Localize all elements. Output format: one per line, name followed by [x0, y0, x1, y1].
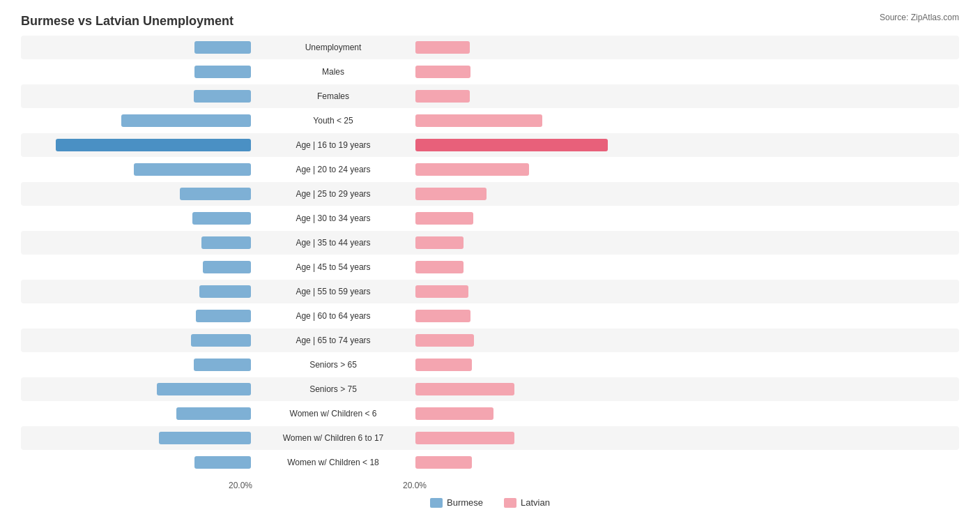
- chart-row: 4.9% Women w/ Children < 18 4.9%: [21, 451, 959, 474]
- bar-blue: [121, 114, 251, 127]
- left-section: 10.2%: [21, 165, 257, 174]
- chart-row: 5% Seniors > 65 4.9%: [21, 353, 959, 377]
- axis-right: 20.0%: [397, 481, 634, 490]
- legend: Burmese Latvian: [21, 497, 959, 508]
- chart-row: 6.5% Women w/ Children < 6 6.8%: [21, 402, 959, 425]
- center-label: Age | 20 to 24 years: [257, 165, 410, 174]
- center-label: Age | 65 to 74 years: [257, 335, 410, 345]
- bar-pink: [415, 383, 514, 395]
- chart-container: Burmese vs Latvian Unemployment Source: …: [0, 0, 980, 528]
- right-section: 8.6%: [410, 434, 645, 442]
- right-section: 4.9%: [410, 458, 645, 467]
- center-label: Females: [257, 91, 410, 101]
- center-label: Age | 16 to 19 years: [257, 140, 410, 150]
- right-section: 5.1%: [410, 336, 645, 345]
- left-section: 4.8%: [21, 312, 257, 320]
- bar-blue: [199, 285, 251, 298]
- center-label: Age | 25 to 29 years: [257, 189, 410, 199]
- right-section: 4.7%: [410, 92, 645, 100]
- chart-row: 8% Women w/ Children 6 to 17 8.6%: [21, 426, 959, 450]
- bar-pink: [415, 261, 464, 273]
- bar-pink: [415, 188, 487, 200]
- legend-burmese-label: Burmese: [447, 497, 483, 508]
- legend-burmese: Burmese: [430, 497, 483, 508]
- right-section: 9.9%: [410, 165, 645, 174]
- left-section: 6.5%: [21, 409, 257, 418]
- right-section: 11%: [410, 116, 645, 125]
- left-section: 5%: [21, 92, 257, 100]
- bar-blue: [192, 212, 251, 225]
- axis-left: 20.0%: [21, 481, 258, 490]
- bar-blue: [159, 432, 251, 444]
- chart-row: 11.3% Youth < 25 11%: [21, 109, 959, 133]
- left-section: 4.3%: [21, 239, 257, 247]
- axis-row: 20.0% 20.0%: [21, 481, 959, 490]
- chart-row: 4.9% Unemployment 4.7%: [21, 36, 959, 59]
- left-section: 5%: [21, 361, 257, 369]
- chart-row: 4.2% Age | 45 to 54 years 4.2%: [21, 255, 959, 279]
- right-section: 8.6%: [410, 385, 645, 393]
- left-section: 8.2%: [21, 385, 257, 393]
- left-section: 4.2%: [21, 263, 257, 271]
- chart-title: Burmese vs Latvian Unemployment: [21, 14, 959, 29]
- right-section: 4.8%: [410, 68, 645, 76]
- right-section: 4.7%: [410, 43, 645, 52]
- bar-blue: [194, 456, 251, 469]
- legend-burmese-box: [430, 498, 443, 508]
- bar-blue: [56, 139, 252, 151]
- bar-blue: [194, 41, 251, 54]
- right-section: 6.2%: [410, 190, 645, 198]
- center-label: Women w/ Children < 6: [257, 409, 410, 418]
- bar-pink: [415, 359, 472, 371]
- bar-blue: [196, 310, 251, 322]
- chart-row: 5.1% Age | 30 to 34 years 5%: [21, 206, 959, 230]
- bar-pink: [415, 41, 470, 54]
- right-section: 4.9%: [410, 361, 645, 369]
- right-section: 6.8%: [410, 409, 645, 418]
- chart-row: 4.5% Age | 55 to 59 years 4.6%: [21, 280, 959, 303]
- bar-pink: [415, 285, 468, 298]
- chart-row: 6.2% Age | 25 to 29 years 6.2%: [21, 182, 959, 206]
- legend-latvian: Latvian: [504, 497, 550, 508]
- chart-row: 10.2% Age | 20 to 24 years 9.9%: [21, 158, 959, 181]
- chart-row: 5% Females 4.7%: [21, 84, 959, 108]
- bar-blue: [134, 163, 251, 176]
- bar-blue: [201, 236, 251, 249]
- chart-row: 8.2% Seniors > 75 8.6%: [21, 377, 959, 401]
- bar-blue: [194, 359, 252, 371]
- center-label: Youth < 25: [257, 116, 410, 126]
- right-section: 16.7%: [410, 141, 645, 149]
- center-label: Age | 35 to 44 years: [257, 238, 410, 248]
- left-section: 8%: [21, 434, 257, 442]
- center-label: Age | 60 to 64 years: [257, 311, 410, 321]
- bar-blue: [180, 188, 251, 200]
- chart-row: 4.9% Males 4.8%: [21, 60, 959, 84]
- chart-row: 5.2% Age | 65 to 74 years 5.1%: [21, 329, 959, 352]
- left-section: 4.9%: [21, 68, 257, 76]
- left-section: 4.9%: [21, 43, 257, 52]
- legend-latvian-label: Latvian: [521, 497, 550, 508]
- left-section: 17%: [21, 141, 257, 149]
- bar-pink: [415, 163, 529, 176]
- center-label: Seniors > 65: [257, 360, 410, 370]
- bar-pink: [415, 432, 514, 444]
- bar-blue: [203, 261, 251, 273]
- bar-pink: [415, 212, 473, 225]
- bar-pink: [415, 407, 493, 420]
- left-section: 11.3%: [21, 116, 257, 125]
- bar-blue: [157, 383, 251, 395]
- source-text: Source: ZipAtlas.com: [880, 13, 959, 22]
- left-section: 4.9%: [21, 458, 257, 467]
- bar-blue: [176, 407, 251, 420]
- bar-pink: [415, 66, 470, 78]
- right-section: 4.8%: [410, 312, 645, 320]
- center-label: Age | 30 to 34 years: [257, 213, 410, 223]
- bar-blue: [194, 66, 251, 78]
- bar-pink: [415, 456, 472, 469]
- center-label: Women w/ Children < 18: [257, 458, 410, 467]
- left-section: 5.1%: [21, 214, 257, 222]
- bar-blue: [191, 334, 251, 347]
- center-label: Males: [257, 67, 410, 77]
- bar-pink: [415, 334, 474, 347]
- bar-pink: [415, 236, 464, 249]
